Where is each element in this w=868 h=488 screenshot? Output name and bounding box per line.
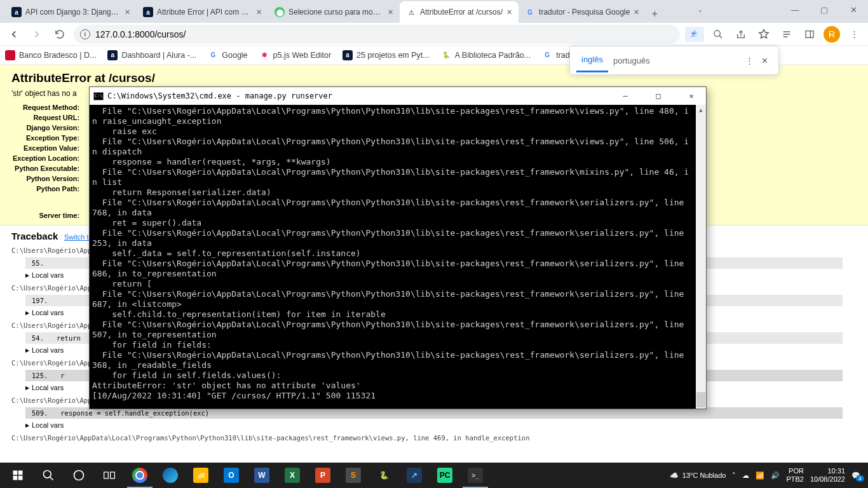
- forward-button[interactable]: [28, 25, 46, 43]
- tab-close-icon[interactable]: ✕: [125, 8, 130, 17]
- browser-toolbar: i 文 R ⋮: [0, 23, 868, 46]
- cmd-close-button[interactable]: ✕: [677, 87, 706, 105]
- new-tab-button[interactable]: +: [646, 5, 663, 23]
- browser-tab[interactable]: a API com Django 3: Django R ✕: [5, 1, 137, 23]
- sublime-taskbar-icon[interactable]: S: [338, 463, 369, 488]
- cortana-button[interactable]: [64, 463, 94, 488]
- tab-close-icon[interactable]: ✕: [388, 8, 393, 17]
- browser-tab[interactable]: G tradutor - Pesquisa Google ✕: [519, 1, 646, 23]
- cmd-minimize-button[interactable]: —: [611, 87, 640, 105]
- window-minimize-button[interactable]: —: [780, 0, 810, 19]
- svg-point-8: [74, 471, 84, 480]
- search-button[interactable]: [33, 463, 64, 488]
- cmd-maximize-button[interactable]: □: [644, 87, 673, 105]
- chrome-taskbar-icon[interactable]: [125, 463, 155, 488]
- window-controls: — ▢ ✕: [780, 0, 868, 19]
- tab-dropdown-button[interactable]: ˅: [691, 5, 709, 23]
- app-taskbar-icon[interactable]: ↗: [399, 463, 430, 488]
- request-meta-table: Request Method: Request URL: Django Vers…: [11, 102, 86, 221]
- edge-taskbar-icon[interactable]: [155, 463, 186, 488]
- explorer-taskbar-icon[interactable]: 📁: [186, 463, 216, 488]
- system-tray: ☁️13°C Nublado ˄ ☁ 📶 🔊 POR PTB2 10:3110/…: [670, 467, 865, 484]
- translate-icon[interactable]: 文: [685, 27, 704, 42]
- bookmark-label: Dashboard | Alura -...: [121, 51, 196, 60]
- cmd-icon: C:\: [93, 92, 104, 100]
- meta-label: Exception Type:: [13, 133, 83, 142]
- bookmark-label: Banco Bradesco | D...: [19, 51, 96, 60]
- cmd-output[interactable]: File "C:\Users\Rogério\AppData\Local\Pro…: [90, 105, 706, 409]
- cmd-titlebar[interactable]: C:\ C:\Windows\System32\cmd.exe - manage…: [90, 87, 706, 105]
- favicon-icon: a: [11, 7, 22, 17]
- meta-label: Django Version:: [13, 123, 83, 132]
- meta-label: Exception Location:: [13, 154, 83, 163]
- bookmark-item[interactable]: Banco Bradesco | D...: [5, 50, 96, 60]
- url-input[interactable]: [95, 29, 674, 39]
- tab-close-icon[interactable]: ✕: [634, 8, 639, 17]
- tray-expand-icon[interactable]: ˄: [732, 471, 736, 480]
- profile-avatar[interactable]: R: [824, 26, 840, 43]
- scroll-up-icon[interactable]: ▲: [696, 105, 706, 115]
- browser-tab[interactable]: a Attribute Error | API com Dja ✕: [137, 1, 268, 23]
- reload-button[interactable]: [51, 25, 69, 43]
- tab-title: API com Django 3: Django R: [25, 8, 121, 17]
- back-button[interactable]: [5, 25, 23, 43]
- notifications-button[interactable]: 💬4: [851, 471, 860, 480]
- python-taskbar-icon[interactable]: 🐍: [369, 463, 399, 488]
- svg-rect-5: [13, 476, 18, 480]
- favicon-icon: G: [208, 50, 218, 60]
- notification-badge: 4: [856, 475, 864, 482]
- clock[interactable]: 10:3110/08/2022: [810, 467, 845, 484]
- browser-tab[interactable]: ⬤ Selecione curso para modific ✕: [268, 1, 400, 23]
- excel-taskbar-icon[interactable]: X: [277, 463, 308, 488]
- menu-button[interactable]: ⋮: [845, 25, 863, 43]
- cmd-scrollbar[interactable]: ▲: [696, 105, 706, 409]
- window-maximize-button[interactable]: ▢: [810, 0, 839, 19]
- terminal-taskbar-icon[interactable]: >_: [460, 463, 491, 488]
- svg-rect-2: [806, 30, 813, 37]
- bookmark-item[interactable]: ✱p5.js Web Editor: [259, 50, 331, 60]
- zoom-icon[interactable]: [709, 25, 727, 43]
- bookmark-item[interactable]: 🐍A Biblioteca Padrão...: [441, 50, 531, 60]
- address-bar[interactable]: i: [74, 25, 680, 44]
- bookmark-item[interactable]: aDashboard | Alura -...: [107, 50, 196, 60]
- task-view-button[interactable]: [94, 463, 125, 488]
- translate-lang-target[interactable]: português: [608, 50, 655, 72]
- bookmark-item[interactable]: a25 projetos em Pyt...: [342, 50, 430, 60]
- favicon-icon: G: [542, 50, 552, 60]
- onedrive-icon[interactable]: ☁: [742, 471, 749, 480]
- language-indicator[interactable]: POR PTB2: [786, 467, 804, 484]
- meta-label: Request URL:: [13, 113, 83, 122]
- reading-list-icon[interactable]: [778, 25, 796, 43]
- bookmark-item[interactable]: GGoogle: [208, 50, 247, 60]
- pycharm-taskbar-icon[interactable]: PC: [430, 463, 460, 488]
- window-close-button[interactable]: ✕: [839, 0, 868, 19]
- volume-icon[interactable]: 🔊: [771, 471, 780, 480]
- side-panel-icon[interactable]: [801, 25, 818, 43]
- tab-strip: a API com Django 3: Django R ✕ a Attribu…: [0, 0, 868, 23]
- cmd-title: C:\Windows\System32\cmd.exe - manage.py …: [107, 92, 332, 100]
- network-icon[interactable]: 📶: [756, 471, 764, 480]
- translate-options-icon[interactable]: ⋮: [742, 56, 757, 65]
- share-icon[interactable]: [732, 25, 750, 43]
- bookmark-star-icon[interactable]: [755, 25, 773, 43]
- bookmark-label: A Biblioteca Padrão...: [455, 51, 531, 60]
- local-vars-toggle[interactable]: Local vars: [25, 421, 843, 429]
- tab-close-icon[interactable]: ✕: [256, 8, 262, 17]
- word-taskbar-icon[interactable]: W: [247, 463, 277, 488]
- weather-icon: ☁️: [670, 471, 679, 480]
- svg-rect-6: [18, 476, 23, 480]
- tab-close-icon[interactable]: ✕: [506, 8, 512, 17]
- traceback-frame: C:\Users\Rogério\AppData\Local\Programs\…: [11, 433, 857, 443]
- outlook-taskbar-icon[interactable]: O: [216, 463, 247, 488]
- favicon-icon: G: [525, 7, 535, 17]
- powerpoint-taskbar-icon[interactable]: P: [308, 463, 338, 488]
- translate-lang-source[interactable]: inglês: [576, 48, 608, 72]
- meta-label: Python Version:: [13, 174, 83, 183]
- browser-tab-active[interactable]: ⚠ AttributeError at /cursos/ ✕: [400, 1, 519, 23]
- translate-close-icon[interactable]: ✕: [757, 56, 772, 65]
- svg-rect-3: [13, 471, 18, 475]
- scroll-thumb[interactable]: [696, 392, 705, 407]
- site-info-icon[interactable]: i: [80, 29, 90, 39]
- start-button[interactable]: [3, 463, 33, 488]
- weather-widget[interactable]: ☁️13°C Nublado: [670, 471, 726, 480]
